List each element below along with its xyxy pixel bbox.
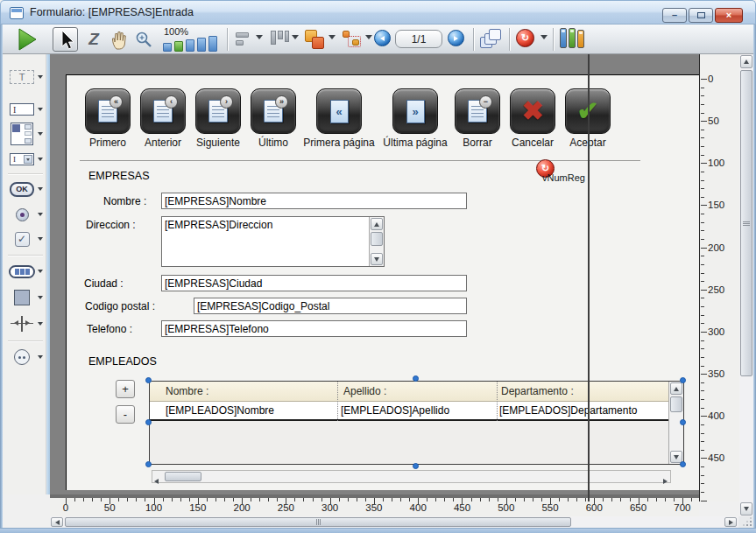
tool-dropdown[interactable] bbox=[38, 213, 43, 216]
tool-dropdown[interactable] bbox=[38, 270, 43, 273]
tab-order-tool-button[interactable]: Z bbox=[83, 29, 104, 50]
empleados-subform[interactable]: Nombre : Apellido : Departamento : [EMPL… bbox=[149, 381, 684, 465]
checkbox-tool[interactable]: ✓ bbox=[8, 228, 48, 249]
tool-dropdown[interactable] bbox=[38, 132, 43, 136]
column-header[interactable]: Apellido : bbox=[343, 385, 386, 397]
scrollbar-thumb[interactable] bbox=[371, 232, 383, 246]
tool-dropdown[interactable] bbox=[38, 355, 43, 359]
form-button-first-page[interactable]: « bbox=[316, 88, 362, 134]
cell-value[interactable]: [EMPLEADOS]Departamento bbox=[499, 404, 637, 417]
form-button-last-page[interactable]: » bbox=[392, 88, 438, 134]
selection-handle[interactable] bbox=[145, 419, 152, 425]
input-tool[interactable]: I bbox=[8, 99, 48, 120]
vertical-scrollbar[interactable] bbox=[739, 54, 753, 516]
text-tool[interactable]: T bbox=[8, 67, 48, 88]
align-button[interactable] bbox=[234, 30, 255, 49]
column-header[interactable]: Departamento : bbox=[501, 385, 574, 397]
scroll-up-button[interactable] bbox=[670, 382, 682, 395]
selection-handle[interactable] bbox=[145, 461, 152, 467]
plugin-tool[interactable] bbox=[8, 347, 48, 368]
tool-dropdown[interactable] bbox=[38, 108, 43, 111]
rectangle-tool[interactable] bbox=[8, 287, 48, 308]
duplicate-dropdown[interactable] bbox=[365, 35, 372, 39]
subform-data-row[interactable]: [EMPLEADOS]Nombre [EMPLEADOS]Apellido [E… bbox=[150, 402, 670, 421]
selection-handle[interactable] bbox=[413, 463, 419, 469]
form-button-cancel[interactable]: ✖ bbox=[510, 88, 555, 134]
form-button-delete[interactable]: − bbox=[455, 88, 500, 134]
selection-handle[interactable] bbox=[413, 375, 419, 382]
layer-order-dropdown[interactable] bbox=[329, 35, 336, 39]
tool-dropdown[interactable] bbox=[38, 237, 43, 241]
align-dropdown[interactable] bbox=[256, 35, 263, 39]
field-empresas-codigo-postal[interactable]: [EMPRESAS]Codigo_Postal bbox=[194, 298, 467, 314]
form-page[interactable]: « ‹ › » « » − ✖ ✔ bbox=[66, 74, 699, 490]
scrollbar-thumb[interactable] bbox=[65, 517, 571, 527]
tabbar-tool[interactable] bbox=[8, 261, 48, 282]
layer-order-button[interactable] bbox=[302, 28, 327, 51]
zoom-tool-button[interactable] bbox=[132, 28, 155, 51]
scrollbar-thumb[interactable] bbox=[740, 70, 752, 376]
combobox-tool[interactable]: I bbox=[8, 149, 48, 170]
pointer-tool-button[interactable] bbox=[53, 27, 78, 52]
form-canvas[interactable]: « ‹ › » « » − ✖ ✔ bbox=[50, 54, 699, 494]
zoom-bar-4[interactable] bbox=[197, 38, 206, 52]
title-bar[interactable]: Formulario: [EMPRESAS]Entrada – × bbox=[0, 0, 756, 25]
listbox-tool[interactable] bbox=[8, 121, 48, 147]
close-button[interactable]: × bbox=[715, 8, 743, 23]
previous-page-button[interactable] bbox=[374, 30, 391, 46]
tool-dropdown[interactable] bbox=[38, 187, 43, 191]
resize-grip[interactable] bbox=[738, 516, 753, 528]
cell-value[interactable]: [EMPLEADOS]Apellido bbox=[341, 404, 449, 417]
selection-handle[interactable] bbox=[680, 461, 686, 467]
radio-tool[interactable] bbox=[8, 204, 48, 225]
data-source-dropdown[interactable] bbox=[541, 35, 548, 39]
add-row-button[interactable]: + bbox=[116, 380, 135, 398]
next-page-button[interactable] bbox=[448, 30, 464, 46]
column-header[interactable]: Nombre : bbox=[166, 385, 208, 397]
form-button-previous[interactable]: ‹ bbox=[140, 88, 186, 134]
zoom-bar-3[interactable] bbox=[186, 39, 194, 52]
horizontal-scrollbar[interactable] bbox=[50, 516, 738, 528]
scroll-up-button[interactable] bbox=[740, 55, 752, 68]
tool-dropdown[interactable] bbox=[38, 158, 43, 161]
page-indicator[interactable]: 1/1 bbox=[395, 30, 442, 48]
selection-handle[interactable] bbox=[145, 377, 152, 383]
scroll-up-button[interactable] bbox=[371, 218, 383, 230]
tool-dropdown[interactable] bbox=[38, 322, 43, 326]
field-empresas-ciudad[interactable]: [EMPRESAS]Ciudad bbox=[161, 275, 467, 291]
execute-form-button[interactable] bbox=[15, 28, 39, 51]
maximize-button[interactable] bbox=[689, 8, 713, 23]
subform-horizontal-scrollbar[interactable] bbox=[152, 470, 671, 483]
textarea-scrollbar[interactable] bbox=[369, 217, 384, 266]
field-empresas-telefono[interactable]: [EMPRESAS]Telefono bbox=[161, 320, 467, 337]
scroll-left-button[interactable] bbox=[154, 474, 159, 487]
page-boundary-line[interactable] bbox=[588, 54, 590, 501]
tool-dropdown[interactable] bbox=[38, 75, 43, 79]
distribute-dropdown[interactable] bbox=[292, 35, 299, 39]
selection-handle[interactable] bbox=[680, 377, 686, 383]
scroll-left-button[interactable] bbox=[51, 517, 63, 527]
scrollbar-thumb[interactable] bbox=[670, 396, 682, 412]
scroll-right-button[interactable] bbox=[724, 517, 737, 527]
selection-handle[interactable] bbox=[680, 419, 686, 425]
zoom-bar-1[interactable] bbox=[163, 43, 172, 52]
tool-dropdown[interactable] bbox=[38, 296, 43, 299]
scroll-right-button[interactable] bbox=[663, 474, 668, 487]
duplicate-button[interactable] bbox=[340, 28, 364, 51]
form-button-next[interactable]: › bbox=[195, 88, 241, 134]
column-separator[interactable] bbox=[337, 382, 338, 421]
form-button-last[interactable]: » bbox=[251, 88, 296, 134]
minimize-button[interactable]: – bbox=[662, 8, 687, 23]
form-button-first[interactable]: « bbox=[85, 88, 131, 134]
zoom-bar-5[interactable] bbox=[208, 36, 217, 52]
data-source-button[interactable]: ↻ bbox=[516, 29, 534, 47]
explorer-button[interactable] bbox=[560, 28, 584, 48]
cell-value[interactable]: [EMPLEADOS]Nombre bbox=[166, 404, 274, 417]
zoom-bars-widget[interactable] bbox=[163, 36, 217, 52]
remove-row-button[interactable]: - bbox=[116, 405, 135, 424]
field-empresas-direccion[interactable]: [EMPRESAS]Direccion bbox=[161, 216, 385, 267]
pan-tool-button[interactable] bbox=[108, 28, 131, 51]
zoom-bar-current[interactable] bbox=[174, 41, 183, 52]
splitter-tool[interactable] bbox=[8, 313, 48, 334]
scrollbar-thumb[interactable] bbox=[165, 472, 201, 481]
